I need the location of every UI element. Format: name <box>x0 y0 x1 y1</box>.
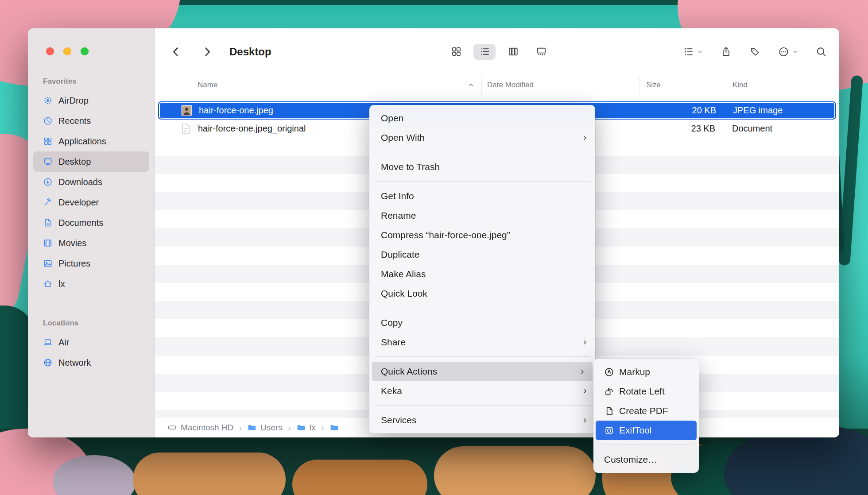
view-controls <box>445 44 552 60</box>
sidebar-item-label: Desktop <box>58 157 91 167</box>
sidebar-item-pictures[interactable]: Pictures <box>33 253 149 274</box>
sidebar-item-label: lx <box>58 279 65 289</box>
context-menu: Open Open With Move to Trash Get Info Re… <box>369 105 595 433</box>
menu-separator <box>375 356 590 357</box>
menu-item-make-alias[interactable]: Make Alias <box>369 264 595 284</box>
column-header-date-modified[interactable]: Date Modified <box>481 75 639 95</box>
column-header-kind[interactable]: Kind <box>727 75 839 95</box>
zoom-button[interactable] <box>81 47 89 55</box>
sidebar-item-network[interactable]: Network <box>33 352 149 373</box>
menu-item-quick-look[interactable]: Quick Look <box>369 284 595 303</box>
menu-item-compress[interactable]: Compress “hair-force-one.jpeg” <box>369 225 595 245</box>
menu-separator <box>375 152 590 152</box>
submenu-arrow-icon <box>579 368 585 375</box>
column-header-label: Name <box>198 81 217 89</box>
menu-item-label: Share <box>381 337 406 348</box>
column-view-button[interactable] <box>502 44 524 60</box>
column-header-size[interactable]: Size <box>639 75 727 95</box>
sidebar-item-desktop[interactable]: Desktop <box>33 151 149 172</box>
menu-item-label: Quick Actions <box>381 366 437 377</box>
file-size: 20 KB <box>643 105 731 116</box>
sidebar-item-airdrop[interactable]: AirDrop <box>33 90 149 111</box>
menu-item-copy[interactable]: Copy <box>369 313 595 333</box>
menu-item-keka[interactable]: Keka <box>369 381 595 401</box>
path-item-macintosh-hd[interactable]: Macintosh HD <box>167 423 233 433</box>
menu-item-services[interactable]: Services <box>369 410 595 430</box>
search-button[interactable] <box>816 46 827 57</box>
share-button[interactable] <box>721 46 732 57</box>
sidebar-item-downloads[interactable]: Downloads <box>33 172 149 192</box>
search-icon <box>816 46 827 57</box>
document-icon <box>43 218 53 228</box>
back-button[interactable] <box>170 46 182 58</box>
chevron-down-icon <box>697 49 703 54</box>
submenu-arrow-icon <box>581 417 588 424</box>
menu-item-duplicate[interactable]: Duplicate <box>369 245 595 264</box>
exiftool-icon <box>604 425 614 436</box>
menu-item-label: Copy <box>381 317 403 328</box>
forward-button[interactable] <box>201 46 213 58</box>
file-size: 23 KB <box>639 124 727 134</box>
chevron-left-icon <box>170 46 182 58</box>
tags-button[interactable] <box>749 46 760 57</box>
menu-item-markup[interactable]: Markup <box>593 362 699 382</box>
sidebar-item-recents[interactable]: Recents <box>33 111 149 131</box>
menu-item-label: Markup <box>619 367 650 377</box>
submenu-arrow-icon <box>581 339 588 346</box>
gallery-view-button[interactable] <box>530 44 552 60</box>
menu-item-open-with[interactable]: Open With <box>369 128 595 147</box>
group-button[interactable] <box>683 46 703 57</box>
menu-item-move-to-trash[interactable]: Move to Trash <box>369 157 595 177</box>
menu-item-open[interactable]: Open <box>369 108 595 128</box>
icon-view-button[interactable] <box>445 44 467 60</box>
chevron-down-icon <box>792 49 798 54</box>
menu-item-share[interactable]: Share <box>369 333 595 352</box>
applications-grid-icon <box>43 136 53 146</box>
list-view-button[interactable] <box>473 44 496 60</box>
menu-item-label: Create PDF <box>619 406 668 416</box>
jpeg-thumbnail-icon <box>181 104 193 116</box>
markup-icon <box>604 367 614 377</box>
sidebar-item-documents[interactable]: Documents <box>33 213 149 233</box>
path-item-lx[interactable]: lx <box>296 423 316 433</box>
menu-separator <box>375 308 590 308</box>
tag-icon <box>749 46 760 57</box>
menu-item-label: Keka <box>381 386 402 396</box>
menu-item-customize[interactable]: Customize… <box>593 450 699 469</box>
sidebar-section-title-locations: Locations <box>43 319 155 328</box>
close-button[interactable] <box>46 47 54 55</box>
chevron-right-icon <box>201 46 213 58</box>
minimize-button[interactable] <box>63 47 71 55</box>
film-icon <box>43 238 53 248</box>
sidebar-item-air[interactable]: Air <box>33 332 149 352</box>
sidebar-item-movies[interactable]: Movies <box>33 233 149 253</box>
menu-item-label: Get Info <box>381 191 414 201</box>
menu-item-label: Compress “hair-force-one.jpeg” <box>381 230 510 240</box>
path-item-users[interactable]: Users <box>247 423 283 433</box>
sidebar-item-label: Network <box>58 358 91 368</box>
sidebar-item-home-lx[interactable]: lx <box>33 274 149 294</box>
menu-item-rename[interactable]: Rename <box>369 206 595 225</box>
menu-item-quick-actions[interactable]: Quick Actions <box>372 362 593 381</box>
downloads-icon <box>43 177 53 187</box>
group-by-icon <box>683 46 694 57</box>
rotate-left-icon <box>604 387 614 397</box>
hard-drive-icon <box>167 423 177 432</box>
column-header-name[interactable]: Name <box>155 75 481 95</box>
sidebar-item-label: Applications <box>58 136 106 147</box>
menu-item-label: Make Alias <box>381 269 426 279</box>
window-controls <box>46 47 89 55</box>
sort-ascending-icon <box>468 82 474 89</box>
path-separator: › <box>321 422 324 433</box>
sidebar-item-developer[interactable]: Developer <box>33 192 149 213</box>
menu-item-create-pdf[interactable]: Create PDF <box>593 401 699 421</box>
wallpaper-shape <box>434 446 596 495</box>
more-actions-button[interactable] <box>778 46 798 57</box>
create-pdf-icon <box>604 406 614 416</box>
sidebar-item-label: Developer <box>58 197 99 208</box>
menu-item-rotate-left[interactable]: Rotate Left <box>593 382 699 401</box>
menu-item-get-info[interactable]: Get Info <box>369 186 595 206</box>
path-item-partial[interactable] <box>329 423 339 432</box>
menu-item-exiftool[interactable]: ExifTool <box>596 421 697 440</box>
sidebar-item-applications[interactable]: Applications <box>33 131 149 151</box>
